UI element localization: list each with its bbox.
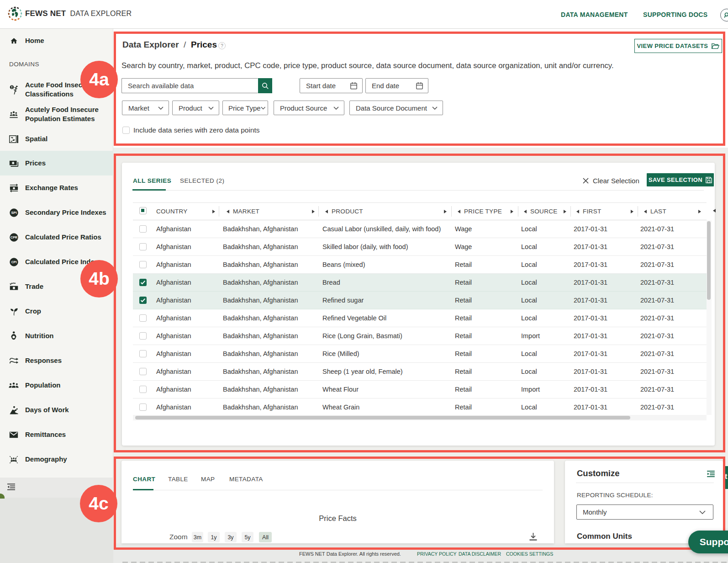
svg-text:CPI: CPI <box>11 260 16 264</box>
svg-text:CPR: CPR <box>11 236 17 239</box>
svg-text:SPI: SPI <box>11 211 16 215</box>
